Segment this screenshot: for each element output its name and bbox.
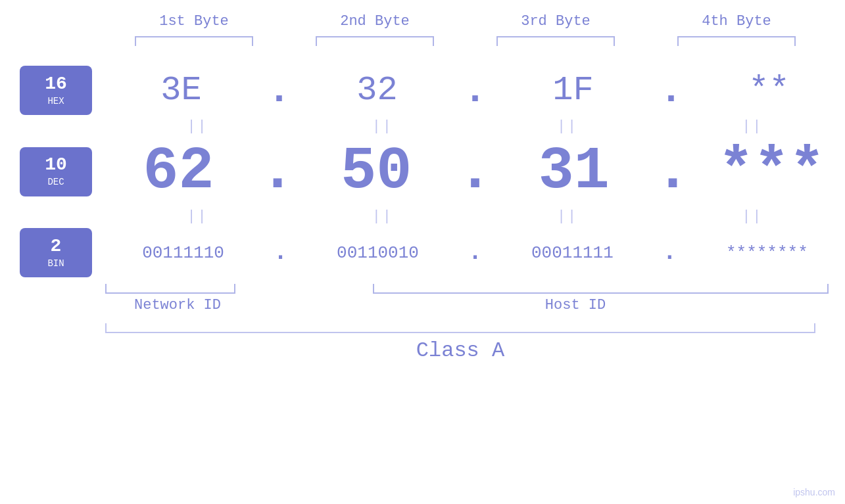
- byte-headers: 1st Byte 2nd Byte 3rd Byte 4th Byte: [104, 13, 827, 30]
- eq-2-3: ||: [502, 208, 633, 225]
- bracket-cell-4: [646, 36, 827, 46]
- eq-2-2: ||: [317, 208, 448, 225]
- byte-header-3: 3rd Byte: [466, 13, 646, 30]
- bracket-cell-1: [104, 36, 285, 46]
- dec-byte-4: ***: [706, 138, 837, 205]
- hex-row-group: 16 HEX 3E . 32 . 1F . **: [0, 66, 845, 115]
- bin-byte-3: 00011111: [506, 243, 638, 263]
- dec-row-group: 10 DEC 62 . 50 . 31 . ***: [0, 138, 845, 205]
- dec-bytes-row: 62 . 50 . 31 . ***: [105, 138, 845, 205]
- bracket-top-4: [677, 36, 796, 46]
- bin-base-number: 2: [51, 237, 62, 256]
- dec-dot-2: .: [457, 142, 493, 201]
- hex-label-text: HEX: [47, 96, 64, 106]
- hex-bytes-row: 3E . 32 . 1F . **: [105, 71, 845, 110]
- eq-2-4: ||: [687, 208, 818, 225]
- bottom-section: Network ID Host ID: [0, 284, 845, 313]
- byte-header-1: 1st Byte: [104, 13, 285, 30]
- hex-dot-2: .: [463, 71, 487, 110]
- hex-byte-4: **: [703, 71, 834, 110]
- bin-dot-2: .: [468, 241, 483, 265]
- host-bracket: [373, 284, 829, 294]
- hex-dot-1: .: [267, 71, 291, 110]
- bin-dot-3: .: [663, 241, 677, 265]
- class-section: Class A: [0, 323, 845, 363]
- dec-byte-1: 62: [113, 138, 245, 205]
- bracket-top-1: [135, 36, 253, 46]
- hex-byte-2: 32: [311, 71, 443, 110]
- network-bracket: [105, 284, 235, 294]
- dec-byte-2: 50: [310, 138, 442, 205]
- hex-label-box: 16 HEX: [20, 66, 92, 115]
- class-outer-bracket: [105, 323, 815, 333]
- bin-byte-1: 00111110: [118, 243, 249, 263]
- dec-dot-3: .: [655, 142, 690, 201]
- hex-base-number: 16: [45, 75, 67, 93]
- eq-1-2: ||: [317, 118, 448, 135]
- byte-header-2: 2nd Byte: [285, 13, 466, 30]
- bracket-top-3: [496, 36, 615, 46]
- bin-byte-2: 00110010: [312, 243, 444, 263]
- eq-1-3: ||: [502, 118, 633, 135]
- byte-header-4: 4th Byte: [646, 13, 827, 30]
- eq-2-1: ||: [132, 208, 264, 225]
- bin-label-text: BIN: [47, 258, 64, 269]
- class-label: Class A: [105, 338, 815, 363]
- bracket-cell-2: [285, 36, 466, 46]
- dec-label-text: DEC: [47, 177, 64, 187]
- dec-base-number: 10: [45, 156, 67, 174]
- top-brackets: [104, 36, 827, 46]
- hex-byte-3: 1F: [507, 71, 639, 110]
- bin-bytes-row: 00111110 . 00110010 . 00011111 . *******…: [105, 241, 845, 265]
- main-container: 1st Byte 2nd Byte 3rd Byte 4th Byte 16 H…: [0, 0, 845, 504]
- id-labels-row: Network ID Host ID: [105, 297, 829, 313]
- bracket-top-2: [316, 36, 434, 46]
- bin-dot-1: .: [274, 241, 288, 265]
- eq-1-1: ||: [132, 118, 264, 135]
- watermark: ipshu.com: [793, 487, 835, 497]
- dec-dot-1: .: [260, 142, 295, 201]
- host-id-label: Host ID: [322, 297, 829, 313]
- network-id-label: Network ID: [105, 297, 250, 313]
- dec-byte-3: 31: [508, 138, 640, 205]
- equals-row-1: || || || ||: [0, 118, 845, 135]
- bin-byte-4: ********: [701, 243, 833, 263]
- dec-label-box: 10 DEC: [20, 147, 92, 196]
- bin-row-group: 2 BIN 00111110 . 00110010 . 00011111 . *…: [0, 228, 845, 277]
- hex-byte-1: 3E: [115, 71, 247, 110]
- eq-1-4: ||: [687, 118, 818, 135]
- hex-dot-3: .: [659, 71, 683, 110]
- bin-label-box: 2 BIN: [20, 228, 92, 277]
- equals-row-2: || || || ||: [0, 208, 845, 225]
- bracket-cell-3: [466, 36, 646, 46]
